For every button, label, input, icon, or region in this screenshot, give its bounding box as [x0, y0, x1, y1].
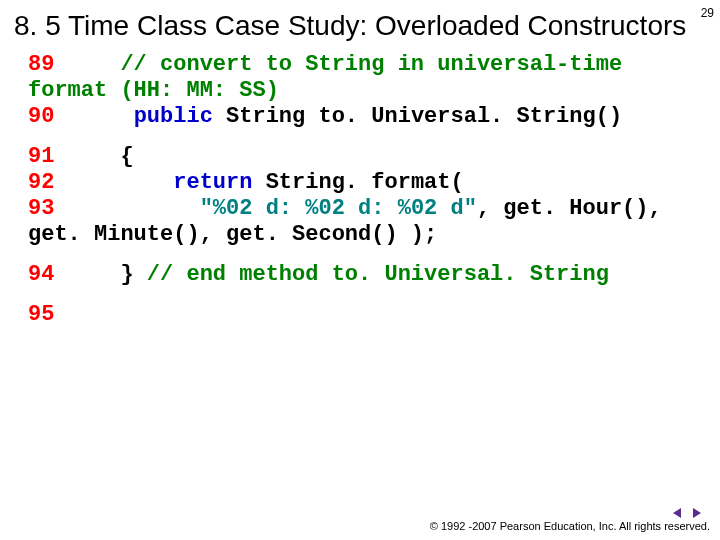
line-number: 90: [28, 104, 54, 129]
prev-arrow-icon[interactable]: [670, 506, 684, 520]
code-block-4: 95: [28, 302, 696, 328]
line-number: 91: [28, 144, 54, 169]
svg-marker-0: [673, 508, 681, 518]
code-block-1: 89 // convert to String in universal-tim…: [28, 52, 696, 130]
code-text: String. format(: [252, 170, 463, 195]
line-number: 95: [28, 302, 54, 327]
code-string: "%02 d: %02 d: %02 d": [200, 196, 477, 221]
page-number: 29: [701, 6, 714, 20]
line-number: 92: [28, 170, 54, 195]
copyright-text: © 1992 -2007 Pearson Education, Inc. All…: [10, 520, 710, 532]
slide-title: 8. 5 Time Class Case Study: Overloaded C…: [0, 0, 720, 48]
code-comment: // convert to String in universal-time f…: [28, 52, 622, 103]
code-keyword: public: [134, 104, 213, 129]
nav-arrows: [670, 506, 704, 520]
code-comment: // end method to. Universal. String: [147, 262, 609, 287]
line-number: 94: [28, 262, 54, 287]
line-number: 93: [28, 196, 54, 221]
code-listing: 89 // convert to String in universal-tim…: [0, 48, 720, 328]
slide-footer: © 1992 -2007 Pearson Education, Inc. All…: [10, 506, 710, 532]
line-number: 89: [28, 52, 54, 77]
code-text: String to. Universal. String(): [213, 104, 622, 129]
next-arrow-icon[interactable]: [690, 506, 704, 520]
code-block-2: 91 { 92 return String. format( 93 "%02 d…: [28, 144, 696, 248]
code-text: }: [120, 262, 146, 287]
svg-marker-1: [693, 508, 701, 518]
code-keyword: return: [173, 170, 252, 195]
code-block-3: 94 } // end method to. Universal. String: [28, 262, 696, 288]
code-text: {: [120, 144, 133, 169]
